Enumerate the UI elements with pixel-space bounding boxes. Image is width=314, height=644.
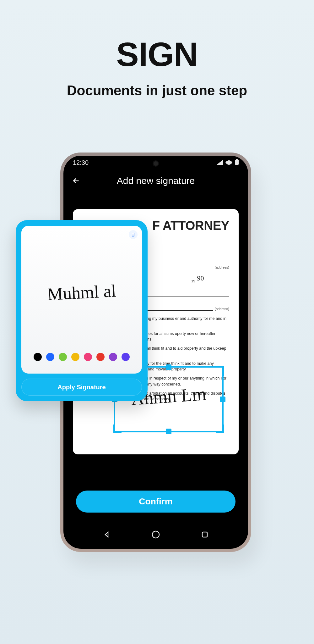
nav-back-button[interactable]	[101, 529, 112, 540]
status-time: 12:30	[73, 159, 89, 166]
app-header: Add new signature	[63, 169, 248, 192]
svg-rect-5	[132, 233, 134, 234]
svg-point-2	[152, 531, 159, 538]
hero-subtitle: Documents in just one step	[0, 83, 314, 98]
android-nav-bar	[63, 520, 248, 549]
color-swatch-green[interactable]	[59, 353, 67, 361]
color-swatch-purple[interactable]	[109, 353, 117, 361]
signature-style-icon[interactable]	[129, 230, 138, 239]
color-swatches	[21, 353, 142, 361]
signature-panel: Muhml al Apply Signature	[16, 220, 148, 401]
svg-rect-1	[236, 159, 238, 160]
field-label: (address)	[215, 307, 229, 311]
resize-handle-bottom[interactable]	[166, 429, 171, 434]
camera-notch	[154, 161, 158, 166]
battery-icon	[235, 159, 239, 166]
color-swatch-red[interactable]	[96, 353, 105, 361]
field-label: (address)	[215, 265, 229, 269]
confirm-button[interactable]: Confirm	[76, 491, 236, 513]
field-label: 19	[191, 279, 195, 283]
color-swatch-blue[interactable]	[46, 353, 54, 361]
hero-title: SIGN	[0, 35, 314, 74]
color-swatch-yellow[interactable]	[71, 353, 79, 361]
header-title: Add new signature	[70, 175, 241, 186]
wifi-icon	[225, 159, 232, 166]
resize-handle-right[interactable]	[220, 397, 225, 402]
signal-icon	[217, 159, 223, 166]
svg-rect-6	[132, 234, 134, 235]
hero: SIGN Documents in just one step	[0, 0, 314, 98]
form-field: 90	[197, 274, 229, 283]
color-swatch-pink[interactable]	[84, 353, 92, 361]
svg-rect-3	[202, 532, 207, 537]
color-swatch-violet[interactable]	[122, 353, 130, 361]
signature-canvas[interactable]: Muhml al	[21, 226, 142, 374]
nav-home-button[interactable]	[150, 529, 161, 540]
svg-rect-7	[132, 235, 134, 236]
svg-rect-0	[235, 160, 239, 165]
nav-recent-button[interactable]	[199, 529, 210, 540]
color-swatch-black[interactable]	[34, 353, 42, 361]
drawn-signature: Muhml al	[21, 279, 142, 306]
resize-handle-top[interactable]	[166, 364, 171, 370]
apply-signature-button[interactable]: Apply Signature	[21, 379, 142, 396]
